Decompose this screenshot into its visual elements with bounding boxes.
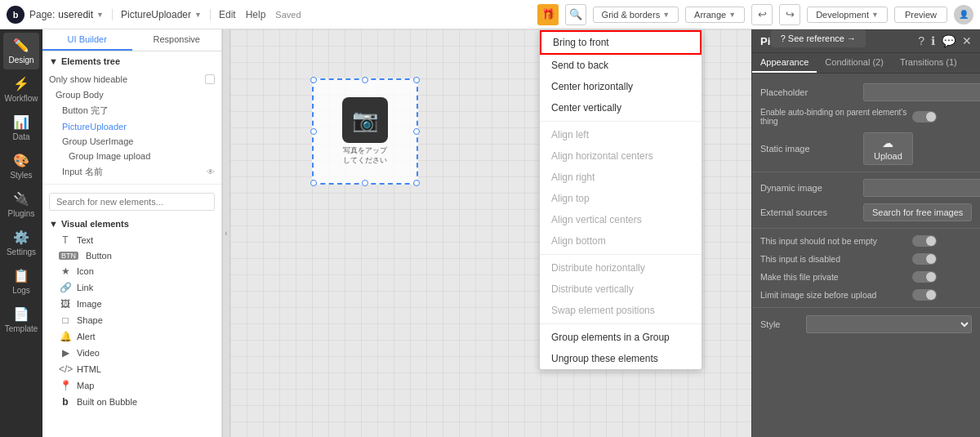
- link-element-icon: 🔗: [59, 282, 72, 293]
- tab-ui-builder[interactable]: UI Builder: [42, 29, 132, 51]
- style-select[interactable]: [806, 315, 972, 333]
- tab-transitions[interactable]: Transitions (1): [892, 53, 965, 73]
- element-map[interactable]: 📍 Map: [42, 377, 221, 394]
- tree-item-input[interactable]: Input 名前 👁: [42, 163, 221, 181]
- sidebar-item-logs[interactable]: 📋 Logs: [3, 263, 39, 300]
- sidebar-item-workflow[interactable]: ⚡ Workflow: [3, 71, 39, 108]
- dynamic-image-input[interactable]: [863, 179, 980, 197]
- tab-conditional[interactable]: Conditional (2): [817, 53, 892, 73]
- gift-icon[interactable]: 🎁: [537, 4, 559, 25]
- not-empty-toggle[interactable]: [912, 235, 937, 247]
- development-button[interactable]: Development ▼: [807, 7, 888, 23]
- undo-icon[interactable]: ↩: [751, 4, 773, 25]
- arrange-align-horizontal-centers: Align horizontal centers: [540, 145, 702, 167]
- tree-item-button[interactable]: Button 完了: [42, 102, 221, 119]
- handle-bottom-right[interactable]: [413, 180, 420, 186]
- search-elements-input[interactable]: [49, 193, 215, 211]
- prop-tabs: Appearance Conditional (2) Transitions (…: [752, 53, 980, 74]
- handle-top-left[interactable]: [310, 77, 317, 83]
- panel-content: ▼ Elements tree Only show hideable Group…: [42, 51, 221, 437]
- sidebar-item-template[interactable]: 📄 Template: [3, 301, 39, 338]
- arrange-group-elements[interactable]: Group elements in a Group: [540, 327, 702, 348]
- page-selector[interactable]: Page: useredit ▼: [29, 9, 113, 20]
- element-html[interactable]: </> HTML: [42, 361, 221, 377]
- handle-bottom-center[interactable]: [362, 180, 368, 186]
- auto-binding-toggle[interactable]: [912, 111, 937, 123]
- element-image[interactable]: 🖼 Image: [42, 296, 221, 312]
- handle-mid-left[interactable]: [310, 128, 317, 135]
- chat-icon[interactable]: 💬: [942, 34, 956, 47]
- arrange-divider-2: [540, 254, 702, 255]
- placeholder-row: Placeholder: [752, 80, 980, 105]
- not-empty-row: This input should not be empty: [752, 232, 980, 250]
- search-icon[interactable]: 🔍: [565, 4, 586, 25]
- page-label: Page:: [29, 9, 55, 20]
- element-video[interactable]: ▶ Video: [42, 345, 221, 361]
- element-button[interactable]: BTN Button: [42, 248, 221, 263]
- tree-item-group-body[interactable]: Group Body: [42, 87, 221, 102]
- edit-link[interactable]: Edit: [219, 9, 236, 20]
- sidebar-item-settings[interactable]: ⚙️ Settings: [3, 225, 39, 261]
- collapse-handle[interactable]: ‹: [222, 29, 230, 437]
- info-icon[interactable]: ℹ: [931, 34, 935, 47]
- is-disabled-row: This input is disabled: [752, 250, 980, 268]
- triangle-icon-2: ▼: [49, 219, 58, 229]
- element-text[interactable]: T Text: [42, 232, 221, 248]
- arrange-align-top: Align top: [540, 188, 702, 209]
- search-free-images-button[interactable]: Search for free images: [863, 203, 972, 221]
- tree-item-group-user-image[interactable]: Group UserImage: [42, 134, 221, 149]
- handle-mid-right[interactable]: [413, 128, 420, 135]
- limit-size-toggle[interactable]: [912, 289, 937, 301]
- only-show-hideable-option[interactable]: Only show hideable: [42, 71, 221, 87]
- dev-chevron-icon: ▼: [871, 11, 879, 19]
- handle-top-center[interactable]: [362, 77, 368, 83]
- redo-icon[interactable]: ↪: [779, 4, 800, 25]
- limit-size-label: Limit image size before upload: [760, 290, 907, 300]
- element-built-on-bubble[interactable]: b Built on Bubble: [42, 394, 221, 410]
- divider-ext: [752, 228, 980, 229]
- file-private-toggle[interactable]: [912, 271, 937, 283]
- help-link[interactable]: Help: [246, 9, 266, 20]
- arrange-ungroup[interactable]: Ungroup these elements: [540, 348, 702, 369]
- element-selector[interactable]: PictureUploader ▼: [121, 9, 211, 20]
- arrange-center-vertically[interactable]: Center vertically: [540, 97, 702, 118]
- upload-button[interactable]: ☁ Upload: [863, 132, 913, 165]
- element-icon[interactable]: ★ Icon: [42, 263, 221, 279]
- sidebar-item-plugins[interactable]: 🔌 Plugins: [3, 186, 39, 223]
- upload-icon: ☁: [882, 136, 893, 149]
- arrange-button[interactable]: Arrange ▼: [685, 7, 745, 23]
- panel-area: UI Builder Responsive ▼ Elements tree On…: [42, 29, 222, 437]
- handle-bottom-left[interactable]: [310, 180, 317, 186]
- element-shape[interactable]: □ Shape: [42, 312, 221, 328]
- avatar[interactable]: 👤: [954, 5, 973, 25]
- visual-elements-header: ▼ Visual elements: [42, 216, 221, 232]
- map-element-icon: 📍: [59, 380, 72, 391]
- element-link[interactable]: 🔗 Link: [42, 279, 221, 296]
- canvas-element-inner: 📷 写真をアップ してください: [342, 97, 388, 165]
- handle-top-right[interactable]: [413, 77, 420, 83]
- only-show-hideable-checkbox[interactable]: [205, 74, 215, 84]
- see-reference-button[interactable]: ? See reference →: [771, 29, 866, 47]
- arrange-bring-to-front[interactable]: Bring to front: [540, 30, 702, 55]
- plugins-icon: 🔌: [13, 191, 29, 207]
- sidebar-item-styles[interactable]: 🎨 Styles: [3, 148, 39, 185]
- tree-item-group-image-upload[interactable]: Group Image upload: [42, 149, 221, 163]
- is-disabled-toggle[interactable]: [912, 253, 937, 265]
- tab-appearance[interactable]: Appearance: [752, 53, 817, 73]
- close-icon[interactable]: ✕: [962, 34, 972, 47]
- arrange-send-to-back[interactable]: Send to back: [540, 55, 702, 76]
- question-icon[interactable]: ?: [918, 34, 924, 47]
- tab-responsive[interactable]: Responsive: [132, 29, 222, 51]
- element-alert[interactable]: 🔔 Alert: [42, 328, 221, 345]
- grid-borders-button[interactable]: Grid & borders ▼: [593, 7, 679, 23]
- preview-button[interactable]: Preview: [894, 7, 947, 23]
- design-icon: ✏️: [13, 38, 29, 53]
- sidebar-item-data[interactable]: 📊 Data: [3, 109, 39, 146]
- file-private-knob: [926, 272, 936, 282]
- picture-uploader-element[interactable]: 📷 写真をアップ してください: [312, 78, 418, 185]
- styles-icon: 🎨: [13, 153, 29, 168]
- tree-item-picture-uploader[interactable]: PictureUploader: [42, 119, 221, 134]
- sidebar-item-design[interactable]: ✏️ Design: [3, 33, 39, 69]
- placeholder-input[interactable]: [863, 83, 980, 101]
- arrange-center-horizontally[interactable]: Center horizontally: [540, 76, 702, 97]
